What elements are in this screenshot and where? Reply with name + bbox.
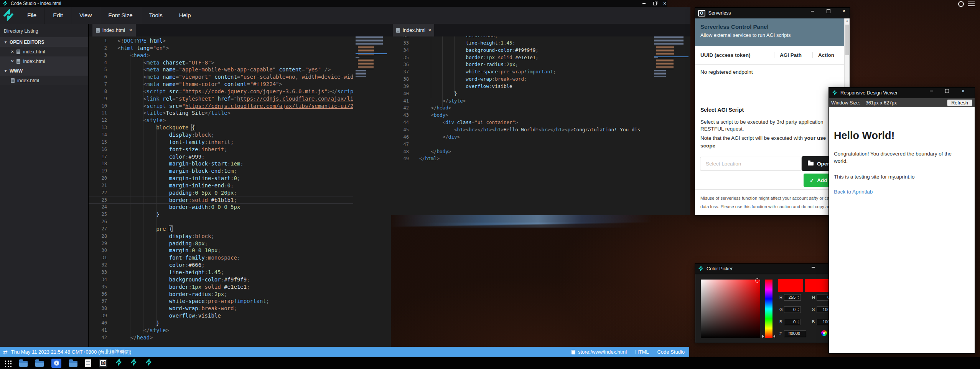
scroll-up-icon[interactable]: ▲	[845, 19, 850, 22]
code-line[interactable]: 32 color:#666;	[390, 36, 653, 40]
maximize-button[interactable]	[943, 88, 951, 94]
code-studio-icon[interactable]	[130, 359, 137, 367]
code-line[interactable]: 3 <head>	[89, 52, 353, 59]
reload-icon[interactable]	[958, 1, 964, 7]
sidebar-item-index.html[interactable]: ✕index.html	[0, 56, 88, 66]
code-area[interactable]: 1<!DOCTYPE html>2<html lang="en">3 <head…	[89, 36, 391, 347]
code-line[interactable]: 40 }	[390, 90, 653, 98]
field-input-B[interactable]: 0▲▼	[784, 319, 801, 325]
hue-marker-icon[interactable]	[773, 335, 775, 338]
code-line[interactable]: 18 margin-block-start:1em;	[89, 160, 353, 167]
code-line[interactable]: 16 font-size:inherit;	[89, 146, 353, 153]
code-line[interactable]: 23 border:solid #b1b1b1;	[89, 197, 353, 204]
code-line[interactable]: 30 margin:0 0 10px;	[89, 247, 353, 254]
field-input-G[interactable]: 0▲▼	[784, 306, 801, 313]
code-line[interactable]: 45 <h1><br></h1><h1>Hello World!<br></h1…	[390, 126, 653, 134]
code-line[interactable]: 44 <div class="ui container">	[390, 119, 653, 126]
code-line[interactable]: 46 </div>	[390, 134, 653, 141]
code-area[interactable]: 32 color:#666;33 line-height:1.45;34 bac…	[390, 36, 690, 215]
code-line[interactable]: 42 </head>	[390, 104, 653, 112]
sidebar-section-header[interactable]: ▾WWW	[0, 66, 88, 76]
close-button[interactable]: ✕	[959, 88, 967, 94]
menu-font-size[interactable]: Font Size	[100, 7, 140, 24]
hamburger-menu-icon[interactable]	[968, 2, 975, 6]
code-line[interactable]: 8 <script src="https://code.jquery.com/j…	[89, 88, 353, 95]
code-line[interactable]: 33 line-height:1.45;	[89, 269, 353, 276]
code-line[interactable]: 15 font-family:inherit;	[89, 139, 353, 146]
hue-slider[interactable]	[765, 280, 772, 338]
code-line[interactable]: 1<!DOCTYPE html>	[89, 37, 353, 45]
code-line[interactable]: 41 </style>	[89, 327, 353, 334]
code-line[interactable]: 36 border-radius:2px;	[390, 61, 653, 68]
menu-file[interactable]: File	[19, 7, 44, 24]
code-line[interactable]: 6 <meta name="viewport" content="user-sc…	[89, 73, 353, 81]
sidebar-section-header[interactable]: ▾OPEN EDITORS	[0, 37, 88, 47]
maximize-button[interactable]	[824, 8, 833, 15]
close-icon[interactable]: ✕	[11, 59, 14, 63]
menu-help[interactable]: Help	[171, 7, 199, 24]
saturation-value-area[interactable]	[701, 280, 760, 338]
code-line[interactable]: 38 word-wrap:break-word;	[390, 76, 653, 83]
code-line[interactable]: 36 border-radius:2px;	[89, 291, 353, 298]
code-line[interactable]: 26	[89, 218, 353, 225]
code-line[interactable]: 24 border-width:0 0 0 5px	[89, 204, 353, 211]
minimize-button[interactable]	[809, 264, 817, 271]
hue-marker-icon[interactable]	[762, 335, 764, 338]
minimize-button[interactable]	[927, 88, 936, 94]
code-line[interactable]: 37 white-space:pre-wrap!important;	[390, 68, 653, 76]
menu-view[interactable]: View	[71, 7, 100, 24]
serverless-app-icon[interactable]: O	[99, 359, 107, 367]
code-studio-icon[interactable]	[145, 359, 152, 367]
code-line[interactable]: 47	[390, 141, 653, 148]
close-button[interactable]: ✕	[660, 0, 669, 7]
folder-icon[interactable]	[69, 361, 77, 367]
menu-edit[interactable]: Edit	[44, 7, 71, 24]
code-line[interactable]: 21 margin-inline-end:0;	[89, 182, 353, 189]
code-line[interactable]: 39 overflow:visible	[89, 312, 353, 319]
spinner-icon[interactable]: ▲▼	[797, 295, 800, 300]
color-wheel-icon[interactable]	[821, 330, 827, 336]
code-line[interactable]: 19 margin-block-end:1em;	[89, 167, 353, 175]
code-studio-icon[interactable]	[115, 359, 122, 367]
spinner-icon[interactable]: ▲▼	[797, 320, 800, 324]
code-line[interactable]: 35 border:1px solid #e1e1e1;	[89, 283, 353, 291]
code-line[interactable]: 33 line-height:1.45;	[390, 40, 653, 47]
code-line[interactable]: 29 padding:8px;	[89, 240, 353, 247]
code-line[interactable]: 43 <body>	[390, 112, 653, 119]
code-line[interactable]: 4 <meta charset="UTF-8">	[89, 59, 353, 66]
spinner-icon[interactable]: ▲▼	[797, 308, 800, 312]
location-input[interactable]	[700, 157, 802, 171]
close-icon[interactable]: ✕	[129, 28, 132, 32]
close-icon[interactable]: ✕	[11, 50, 14, 54]
code-line[interactable]: 41 </style>	[390, 98, 653, 105]
close-icon[interactable]: ✕	[428, 28, 431, 32]
code-line[interactable]: 22 padding:0 5px 0 20px;	[89, 189, 353, 197]
sidebar-item-index.html[interactable]: ✕index.html	[0, 47, 88, 56]
sidebar-item-index.html[interactable]: index.html	[0, 76, 88, 85]
status-language[interactable]: HTML	[635, 349, 649, 355]
code-line[interactable]: 17 color:#999;	[89, 153, 353, 161]
code-line[interactable]: 34 background-color:#f9f9f9;	[89, 276, 353, 283]
code-line[interactable]: 9 <link rel="stylesheet" href="https://c…	[89, 95, 353, 103]
code-line[interactable]: 35 border:1px solid #e1e1e1;	[390, 54, 653, 61]
code-line[interactable]: 27 pre {	[89, 225, 353, 233]
serverless-title-bar[interactable]: O Serverless ✕	[695, 8, 850, 18]
code-line[interactable]: 48 </body>	[390, 148, 653, 156]
color-selector-ring[interactable]	[755, 278, 759, 283]
folder-icon[interactable]	[35, 361, 44, 367]
code-line[interactable]: 38 word-wrap:break-word;	[89, 305, 353, 312]
document-icon[interactable]	[85, 359, 91, 367]
code-line[interactable]: 31 font-family:monospace;	[89, 254, 353, 261]
viewer-title-bar[interactable]: Responsive Design Viewer ✕	[829, 88, 975, 98]
minimap[interactable]	[356, 36, 387, 78]
tab-index-html[interactable]: index.html ✕	[92, 24, 136, 36]
minimap[interactable]	[654, 36, 688, 78]
menu-tools[interactable]: Tools	[141, 7, 171, 24]
restore-button[interactable]	[651, 0, 659, 7]
tab-index-html[interactable]: index.html ✕	[393, 24, 434, 36]
code-line[interactable]: 13 blockquote {	[89, 124, 353, 131]
code-line[interactable]: 14 display:block;	[89, 131, 353, 139]
code-line[interactable]: 37 white-space:pre-wrap!important;	[89, 298, 353, 305]
code-line[interactable]: 10 <script src="https://cdnjs.cloudflare…	[89, 103, 353, 110]
code-line[interactable]: 25 }	[89, 211, 353, 218]
